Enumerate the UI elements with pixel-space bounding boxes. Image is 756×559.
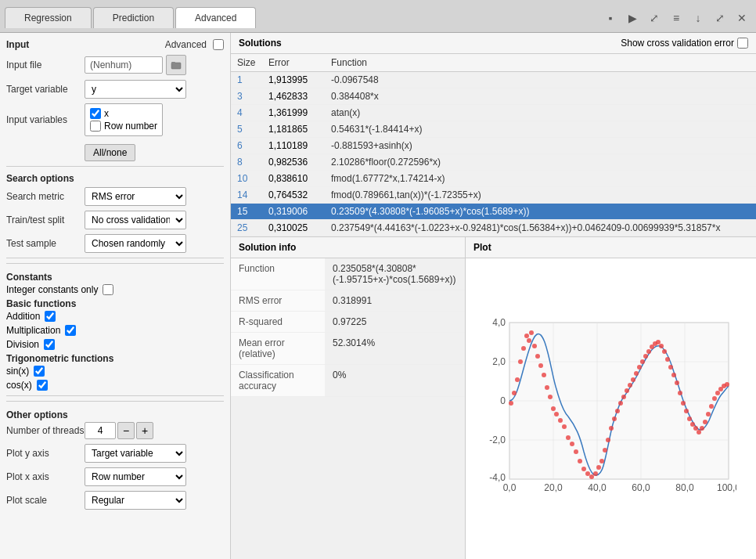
svg-point-27 [515, 377, 520, 382]
svg-text:0,0: 0,0 [502, 482, 516, 493]
close-icon[interactable]: ✕ [733, 9, 751, 27]
plot-title: Plot [466, 237, 756, 258]
svg-point-64 [637, 365, 642, 370]
plot-scale-select[interactable]: Regular [85, 491, 186, 510]
info-label: Function [231, 258, 325, 290]
col-size: Size [231, 54, 262, 72]
bottom-panel: Solution info Function 0.235058*(4.30808… [231, 237, 756, 559]
table-row[interactable]: 14 0,764532 fmod(0.789661,tan(x))*(-1.72… [231, 187, 756, 204]
var-x-checkbox[interactable] [90, 108, 101, 119]
advanced-checkbox[interactable] [213, 39, 224, 50]
info-label: R-squared [231, 312, 325, 333]
chart-svg: 4,0 2,0 0 -2,0 -4,0 0,0 20,0 40,0 60,0 8… [486, 319, 736, 499]
cross-val-checkbox[interactable] [737, 38, 748, 49]
search-metric-label: Search metric [6, 191, 85, 202]
svg-point-30 [524, 334, 529, 338]
cosx-row: cos(x) [6, 380, 224, 391]
plot-y-label: Plot y axis [6, 448, 85, 459]
search-metric-select[interactable]: RMS error [85, 187, 186, 206]
cosx-label: cos(x) [6, 380, 32, 391]
addition-checkbox[interactable] [45, 311, 56, 322]
sinx-label: sin(x) [6, 366, 29, 377]
cell-function: 0.54631*(-1.84414+x) [325, 121, 756, 138]
fullscreen-icon[interactable]: ⤢ [711, 9, 729, 27]
run-icon[interactable]: ▶ [623, 9, 642, 27]
threads-label: Number of threads [6, 425, 85, 436]
stop-icon[interactable]: ▪ [601, 9, 620, 27]
cell-error: 1,181865 [262, 121, 325, 138]
info-value: 52.3014% [325, 333, 465, 365]
svg-point-70 [656, 340, 661, 344]
cross-val-row: Show cross validation error [621, 38, 748, 49]
maximize-icon[interactable]: ≡ [667, 9, 686, 27]
addition-label: Addition [6, 311, 40, 322]
svg-point-76 [675, 380, 679, 385]
target-var-select[interactable]: y [85, 80, 186, 99]
table-row[interactable]: 6 1,110189 -0.881593+asinh(x) [231, 138, 756, 154]
cell-function: 0.23509*(4.30808*(-1.96085+x)*cos(1.5689… [325, 204, 756, 220]
svg-point-34 [535, 354, 540, 359]
division-checkbox[interactable] [44, 339, 55, 350]
table-row[interactable]: 8 0,982536 2.10286*floor(0.272596*x) [231, 154, 756, 171]
svg-point-29 [521, 346, 526, 351]
train-test-label: Train/test split [6, 215, 85, 225]
info-value: 0.97225 [325, 312, 465, 333]
table-row[interactable]: 15 0,319006 0.23509*(4.30808*(-1.96085+x… [231, 204, 756, 220]
svg-point-50 [593, 471, 598, 476]
svg-point-31 [527, 338, 531, 343]
table-row[interactable]: 1 1,913995 -0.0967548 [231, 72, 756, 88]
browse-button[interactable] [166, 55, 186, 75]
threads-increment[interactable]: + [136, 422, 153, 439]
main-layout: Input Advanced Input file (Nenhum) Targe… [0, 33, 756, 559]
svg-point-56 [612, 417, 617, 421]
plot-x-select[interactable]: Row number [85, 467, 186, 486]
svg-point-62 [631, 377, 635, 382]
tab-prediction[interactable]: Prediction [93, 7, 174, 28]
threads-decrement[interactable]: − [117, 422, 135, 439]
cell-size: 14 [231, 187, 262, 204]
table-row[interactable]: 10 0,838610 fmod(1.67772*x,1.74214-x) [231, 171, 756, 187]
other-options-title: Other options [6, 409, 224, 420]
table-row[interactable]: 3 1,462833 0.384408*x [231, 88, 756, 105]
svg-point-87 [709, 404, 714, 409]
plot-y-select[interactable]: Target variable [85, 444, 186, 463]
svg-text:40,0: 40,0 [588, 482, 607, 493]
svg-point-39 [551, 406, 556, 411]
col-function: Function [325, 54, 756, 72]
svg-point-82 [693, 426, 698, 431]
multiplication-label: Multiplication [6, 325, 60, 336]
test-sample-select[interactable]: Chosen randomly [85, 234, 186, 253]
svg-point-45 [574, 449, 578, 454]
svg-point-75 [671, 373, 676, 377]
threads-row: Number of threads − + [6, 422, 224, 439]
table-row[interactable]: 5 1,181865 0.54631*(-1.84414+x) [231, 121, 756, 138]
info-row: Function 0.235058*(4.30808*(-1.95715+x-)… [231, 258, 465, 290]
integer-constants-checkbox[interactable] [103, 284, 113, 295]
table-row[interactable]: 4 1,361999 atan(x) [231, 105, 756, 121]
svg-point-85 [703, 420, 707, 424]
input-vars-label: Input variables [6, 114, 85, 125]
allnone-btn[interactable]: All/none [85, 144, 135, 161]
threads-input[interactable] [85, 422, 116, 439]
var-rownumber-checkbox[interactable] [90, 121, 101, 132]
tab-regression[interactable]: Regression [5, 7, 92, 28]
info-label: Mean error (relative) [231, 333, 325, 365]
expand-icon[interactable]: ⤢ [645, 9, 664, 27]
cell-size: 3 [231, 88, 262, 105]
cosx-checkbox[interactable] [37, 380, 48, 391]
cell-function: fmod(0.789661,tan(x))*(-1.72355+x) [325, 187, 756, 204]
svg-point-55 [609, 426, 614, 431]
sinx-checkbox[interactable] [34, 366, 45, 377]
left-panel: Input Advanced Input file (Nenhum) Targe… [0, 33, 231, 559]
cell-size: 5 [231, 121, 262, 138]
multiplication-checkbox[interactable] [65, 325, 76, 336]
integer-constants-label: Integer constants only [6, 284, 98, 295]
tab-advanced[interactable]: Advanced [175, 7, 256, 28]
table-row[interactable]: 25 0,310025 0.237549*(4.44163*(-1.0223+x… [231, 220, 756, 236]
svg-point-51 [596, 465, 601, 470]
download-icon[interactable]: ↓ [689, 9, 707, 27]
svg-text:80,0: 80,0 [675, 482, 694, 493]
train-test-select[interactable]: No cross validation [85, 211, 186, 229]
cell-function: -0.881593+asinh(x) [325, 138, 756, 154]
svg-point-77 [678, 391, 682, 395]
